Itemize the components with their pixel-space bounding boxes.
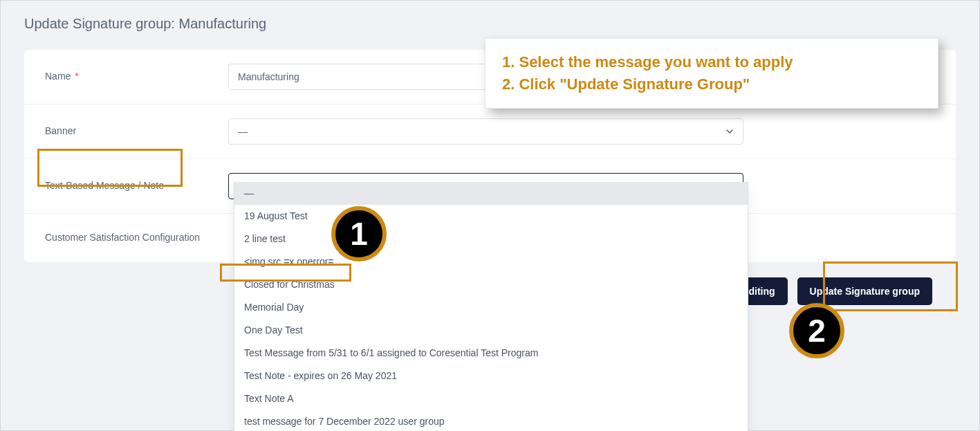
dropdown-option[interactable]: <img src =x onerror= [234, 250, 748, 273]
banner-control: — [228, 118, 935, 145]
page-title: Update Signature group: Manufacturing [24, 16, 956, 32]
dropdown-option[interactable]: 2 line test [234, 228, 748, 250]
instruction-line-1: 1. Select the message you want to apply [502, 51, 921, 73]
dropdown-option[interactable]: test message for 7 December 2022 user gr… [234, 410, 748, 431]
name-label: Name * [45, 70, 228, 84]
dropdown-option[interactable]: 19 August Test [234, 205, 748, 228]
instruction-line-2: 2. Click "Update Signature Group" [502, 73, 921, 95]
dropdown-option[interactable]: Test Message from 5/31 to 6/1 assigned t… [234, 342, 748, 365]
required-star: * [75, 71, 78, 82]
step-badge-1: 1 [331, 206, 387, 262]
dropdown-option[interactable]: One Day Test [234, 319, 748, 342]
update-signature-group-button[interactable]: Update Signature group [797, 277, 932, 305]
row-banner: Banner — [24, 104, 956, 159]
dropdown-option[interactable]: Text Note A [234, 387, 748, 410]
text-message-dropdown: — 19 August Test 2 line test <img src =x… [234, 182, 748, 431]
dropdown-option[interactable]: Closed for Christmas [234, 273, 748, 296]
dropdown-option[interactable]: Memorial Day [234, 296, 748, 319]
step-badge-2: 2 [789, 303, 844, 358]
banner-select-value: — [238, 126, 248, 137]
dropdown-option[interactable]: Test Note - expires on 26 May 2021 [234, 365, 748, 387]
page-frame: Update Signature group: Manufacturing Na… [0, 0, 980, 431]
banner-label: Banner [45, 125, 228, 138]
chevron-down-icon [725, 127, 734, 136]
banner-select[interactable]: — [228, 118, 743, 145]
instruction-box: 1. Select the message you want to apply … [485, 38, 939, 109]
text-message-label: Text-Based Message / Note [45, 179, 228, 193]
name-label-text: Name [45, 71, 71, 82]
csat-label: Customer Satisfaction Configuration [45, 231, 228, 245]
dropdown-option[interactable]: — [234, 182, 748, 205]
